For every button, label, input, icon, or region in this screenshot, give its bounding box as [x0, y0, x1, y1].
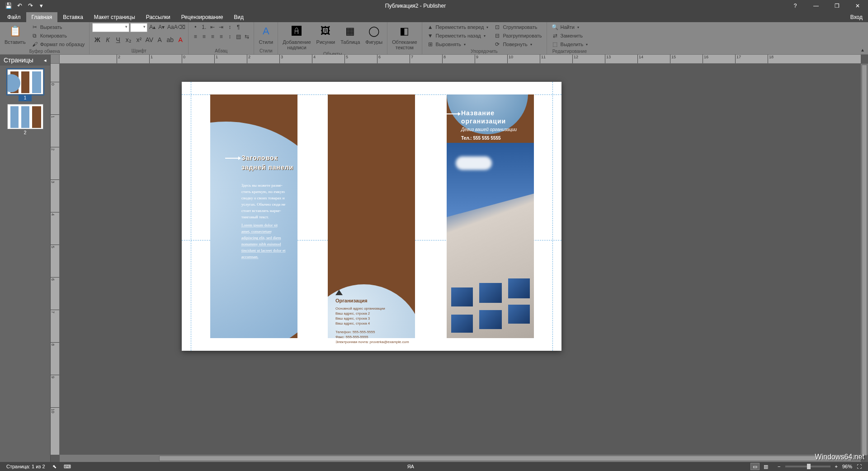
underline-button[interactable]: Ч — [113, 35, 123, 45]
zoom-fit-button[interactable]: ⛶ — [857, 464, 862, 469]
highlight-button[interactable]: ab — [165, 35, 175, 45]
language-indicator[interactable]: ЯА — [404, 464, 418, 469]
window-title: Публикация2 - Publisher — [46, 3, 785, 9]
undo-button[interactable]: ↶ — [14, 1, 24, 11]
align-icon: ⊞ — [427, 41, 434, 47]
zoom-out-button[interactable]: − — [778, 464, 780, 469]
group-button[interactable]: ⊡Сгруппировать — [492, 23, 543, 31]
page-indicator[interactable]: Страница: 1 из 2 — [3, 464, 49, 469]
org-info-block[interactable]: Организация Основной адрес организации В… — [335, 290, 412, 344]
numbering-button[interactable]: 1. — [200, 23, 208, 31]
replace-icon: ⇄ — [552, 33, 559, 39]
tab-home[interactable]: Главная — [26, 12, 58, 22]
paste-button[interactable]: 📋 Вставить — [3, 23, 28, 46]
building-image[interactable] — [447, 143, 534, 338]
page-thumbnail-2[interactable]: 2 — [7, 104, 44, 136]
back-panel-body[interactable]: Здесь вы можете разме­стить краткую, но … — [241, 182, 289, 220]
italic-button[interactable]: К — [103, 35, 113, 45]
tab-view[interactable]: Вид — [228, 12, 249, 22]
org-fax: Факс: 555-555-5555 — [335, 334, 412, 339]
bring-forward-button[interactable]: ▲Переместить вперед▾ — [425, 23, 491, 31]
maximize-button[interactable]: ❐ — [826, 0, 847, 11]
font-size-combo[interactable] — [130, 23, 147, 32]
justify-button[interactable]: ≡ — [217, 33, 225, 41]
align-right-button[interactable]: ≡ — [208, 33, 217, 41]
tab-page-layout[interactable]: Макет страницы — [89, 12, 141, 22]
text-effects-button[interactable]: A — [155, 35, 165, 45]
pilcrow-button[interactable]: ¶ — [234, 23, 242, 31]
clear-format-button[interactable]: A⌫ — [175, 23, 184, 31]
sort-button[interactable]: ↕ — [226, 23, 234, 31]
org-logo-icon — [335, 290, 343, 295]
close-button[interactable]: ✕ — [847, 0, 868, 11]
view-single-page[interactable]: ▭ — [750, 463, 760, 470]
horizontal-scrollbar[interactable] — [60, 455, 861, 462]
align-center-button[interactable]: ≡ — [200, 33, 208, 41]
format-painter-button[interactable]: 🖌Формат по образцу — [29, 40, 87, 48]
outdent-button[interactable]: ⇤ — [208, 23, 217, 31]
keyboard-indicator[interactable]: ⌨ — [60, 464, 75, 470]
subscript-button[interactable]: x₂ — [123, 35, 133, 45]
shapes-button[interactable]: ◯Фигуры — [363, 23, 384, 46]
save-button[interactable]: 💾 — [4, 1, 14, 11]
wrap-text-button[interactable]: ◧Обтекание текстом — [390, 23, 419, 51]
bold-button[interactable]: Ж — [92, 35, 102, 45]
tab-insert[interactable]: Вставка — [57, 12, 89, 22]
org-address-line: Ваш адрес, строка 2 — [335, 311, 412, 316]
grow-font-button[interactable]: A▴ — [148, 23, 156, 31]
document-viewport[interactable]: Заголовок задней пане­ли Здесь вы можете… — [60, 64, 861, 455]
char-spacing-button[interactable]: AV — [144, 35, 154, 45]
forward-icon: ▲ — [427, 24, 434, 30]
qat-customize[interactable]: ▾ — [36, 1, 46, 11]
back-panel-lorem[interactable]: Lorem ipsum dolor sit amet, consectetuer… — [241, 222, 287, 260]
ungroup-button[interactable]: ⊟Разгруппировать — [492, 32, 543, 40]
zoom-level[interactable]: 96% — [842, 464, 852, 469]
send-backward-button[interactable]: ▼Переместить назад▾ — [425, 32, 491, 40]
pictures-button[interactable]: 🖼Рисунки — [315, 23, 337, 46]
bullets-button[interactable]: • — [191, 23, 199, 31]
indent-button[interactable]: ⇥ — [217, 23, 225, 31]
view-two-page[interactable]: ▥ — [761, 463, 770, 470]
redo-button[interactable]: ↷ — [25, 1, 35, 11]
line-spacing-button[interactable]: ↕ — [226, 33, 234, 41]
page-thumbnail-1[interactable]: 1 — [7, 69, 44, 101]
group-objects: 🅰Добавление надписи 🖼Рисунки ▦Таблица ◯Ф… — [278, 22, 387, 54]
tab-file[interactable]: Файл — [2, 12, 26, 22]
collapse-ribbon-button[interactable]: ▲ — [859, 46, 866, 53]
minimize-button[interactable]: — — [806, 0, 826, 11]
superscript-button[interactable]: x² — [134, 35, 144, 45]
copy-button[interactable]: ⧉Копировать — [29, 32, 87, 40]
textbox-button[interactable]: 🅰Добавление надписи — [281, 23, 312, 51]
horizontal-ruler[interactable]: 210123456789101112131415161718 — [60, 55, 861, 64]
zoom-slider[interactable] — [785, 466, 830, 467]
replace-button[interactable]: ⇄Заменить — [550, 32, 590, 40]
group-label: Абзац — [191, 48, 251, 54]
columns-button[interactable]: ▤ — [234, 33, 242, 41]
vertical-scrollbar[interactable] — [861, 64, 868, 455]
shrink-font-button[interactable]: A▾ — [157, 23, 165, 31]
zoom-in-button[interactable]: + — [835, 464, 838, 469]
help-button[interactable]: ? — [785, 0, 806, 11]
rotate-button[interactable]: ⟳Повернуть▾ — [492, 40, 543, 48]
font-color-button[interactable]: A — [175, 35, 185, 45]
styles-button[interactable]: A Стили — [257, 23, 275, 46]
publication-page[interactable]: Заголовок задней пане­ли Здесь вы можете… — [182, 82, 561, 351]
align-button[interactable]: ⊞Выровнять▾ — [425, 40, 491, 48]
workspace: Страницы ◂ 1 2 — [0, 55, 868, 462]
back-panel-heading[interactable]: Заголовок задней пане­ли — [241, 153, 300, 172]
find-button[interactable]: 🔍Найти▾ — [550, 23, 590, 31]
pages-panel-close[interactable]: ◂ — [44, 57, 47, 63]
font-name-combo[interactable] — [92, 23, 129, 32]
front-panel-title[interactable]: Название организации Девиз вашей организ… — [461, 109, 533, 141]
align-left-button[interactable]: ≡ — [191, 33, 199, 41]
pointer-indicator[interactable]: ⬉ — [49, 464, 60, 470]
cut-button[interactable]: ✂Вырезать — [29, 23, 87, 31]
change-case-button[interactable]: Aa — [166, 23, 175, 31]
text-direction-button[interactable]: ⇆ — [243, 33, 251, 41]
vertical-ruler[interactable]: 1012345678910 — [51, 64, 60, 455]
select-button[interactable]: ⬚Выделить▾ — [550, 40, 590, 48]
tab-mailings[interactable]: Рассылки — [141, 12, 176, 22]
tab-review[interactable]: Рецензирование — [176, 12, 229, 22]
table-button[interactable]: ▦Таблица — [339, 23, 362, 46]
login-link[interactable]: Вход — [845, 12, 868, 22]
